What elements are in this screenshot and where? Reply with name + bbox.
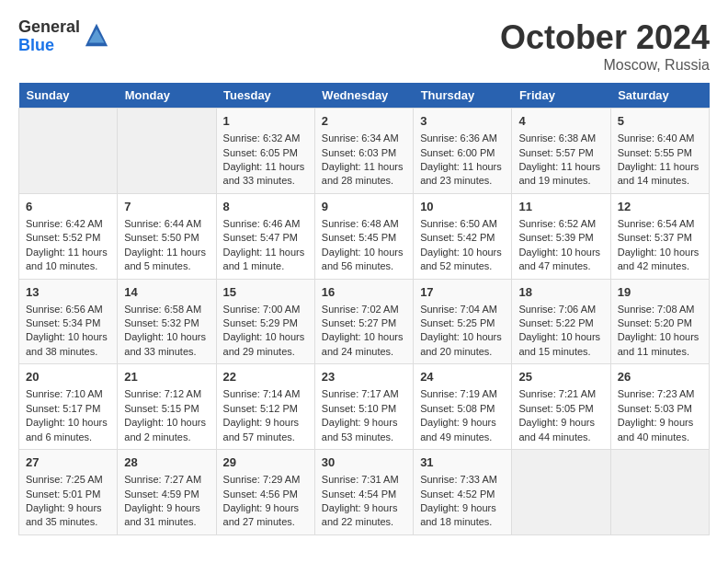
- sunrise: Sunrise: 6:54 AM: [618, 218, 695, 229]
- sunset: Sunset: 5:01 PM: [26, 488, 100, 500]
- daylight: Daylight: 9 hours and 22 minutes.: [322, 502, 398, 527]
- col-header-sunday: Sunday: [19, 83, 118, 109]
- day-number: 3: [420, 113, 505, 130]
- day-number: 1: [223, 113, 308, 130]
- sunrise: Sunrise: 6:40 AM: [618, 132, 695, 144]
- sunrise: Sunrise: 6:52 AM: [518, 218, 596, 229]
- calendar-cell: 5Sunrise: 6:40 AMSunset: 5:55 PMDaylight…: [610, 109, 709, 194]
- day-number: 20: [26, 369, 110, 385]
- week-row-2: 6Sunrise: 6:42 AMSunset: 5:52 PMDaylight…: [19, 193, 710, 279]
- sunrise: Sunrise: 7:14 AM: [223, 388, 301, 399]
- calendar-cell: 24Sunrise: 7:19 AMSunset: 5:08 PMDayligh…: [414, 364, 512, 450]
- sunset: Sunset: 5:55 PM: [618, 147, 692, 158]
- week-row-5: 27Sunrise: 7:25 AMSunset: 5:01 PMDayligh…: [19, 450, 710, 535]
- col-header-thursday: Thursday: [414, 83, 512, 109]
- week-row-4: 20Sunrise: 7:10 AMSunset: 5:17 PMDayligh…: [19, 364, 710, 450]
- calendar-body: 1Sunrise: 6:32 AMSunset: 6:05 PMDaylight…: [19, 109, 710, 535]
- daylight: Daylight: 10 hours and 56 minutes.: [322, 247, 404, 271]
- daylight: Daylight: 11 hours and 28 minutes.: [322, 161, 404, 186]
- sunset: Sunset: 5:20 PM: [618, 317, 692, 328]
- sunset: Sunset: 5:47 PM: [223, 232, 298, 243]
- calendar-cell: 8Sunrise: 6:46 AMSunset: 5:47 PMDaylight…: [216, 193, 314, 279]
- daylight: Daylight: 10 hours and 33 minutes.: [124, 331, 206, 356]
- calendar-cell: 28Sunrise: 7:27 AMSunset: 4:59 PMDayligh…: [118, 450, 216, 535]
- month-title: October 2024: [500, 18, 710, 57]
- sunset: Sunset: 6:03 PM: [322, 147, 396, 158]
- logo: General Blue: [18, 18, 109, 55]
- day-number: 22: [223, 369, 308, 385]
- day-number: 4: [518, 113, 603, 130]
- col-header-monday: Monday: [118, 83, 216, 109]
- calendar-cell: 31Sunrise: 7:33 AMSunset: 4:52 PMDayligh…: [414, 450, 512, 535]
- sunset: Sunset: 4:56 PM: [223, 488, 298, 500]
- calendar-cell: 19Sunrise: 7:08 AMSunset: 5:20 PMDayligh…: [610, 279, 709, 364]
- sunset: Sunset: 5:32 PM: [124, 317, 199, 328]
- daylight: Daylight: 9 hours and 31 minutes.: [124, 502, 200, 527]
- day-number: 26: [618, 369, 702, 385]
- daylight: Daylight: 10 hours and 11 minutes.: [618, 331, 700, 356]
- calendar-cell: [118, 109, 216, 194]
- calendar-cell: 9Sunrise: 6:48 AMSunset: 5:45 PMDaylight…: [314, 193, 413, 279]
- week-row-3: 13Sunrise: 6:56 AMSunset: 5:34 PMDayligh…: [19, 279, 710, 364]
- sunrise: Sunrise: 6:58 AM: [124, 304, 201, 315]
- calendar-cell: 29Sunrise: 7:29 AMSunset: 4:56 PMDayligh…: [216, 450, 314, 535]
- sunset: Sunset: 4:52 PM: [420, 488, 495, 500]
- sunrise: Sunrise: 7:04 AM: [420, 304, 497, 315]
- calendar-cell: [610, 450, 709, 535]
- daylight: Daylight: 11 hours and 33 minutes.: [223, 161, 305, 186]
- sunset: Sunset: 5:37 PM: [618, 232, 692, 243]
- calendar-cell: 17Sunrise: 7:04 AMSunset: 5:25 PMDayligh…: [414, 279, 512, 364]
- day-number: 15: [223, 284, 308, 301]
- page-header: General Blue October 2024 Moscow, Russia: [18, 18, 710, 74]
- week-row-1: 1Sunrise: 6:32 AMSunset: 6:05 PMDaylight…: [19, 109, 710, 194]
- calendar-cell: 1Sunrise: 6:32 AMSunset: 6:05 PMDaylight…: [216, 109, 314, 194]
- daylight: Daylight: 11 hours and 10 minutes.: [26, 247, 108, 271]
- day-number: 14: [124, 284, 209, 301]
- sunset: Sunset: 5:17 PM: [26, 403, 100, 414]
- sunset: Sunset: 5:03 PM: [618, 403, 692, 414]
- sunrise: Sunrise: 7:02 AM: [322, 304, 399, 315]
- calendar-cell: 18Sunrise: 7:06 AMSunset: 5:22 PMDayligh…: [512, 279, 610, 364]
- calendar-cell: [512, 450, 610, 535]
- day-number: 23: [322, 369, 406, 385]
- day-number: 2: [322, 113, 406, 130]
- day-number: 9: [322, 199, 406, 215]
- calendar-cell: 11Sunrise: 6:52 AMSunset: 5:39 PMDayligh…: [512, 193, 610, 279]
- calendar-cell: 15Sunrise: 7:00 AMSunset: 5:29 PMDayligh…: [216, 279, 314, 364]
- daylight: Daylight: 10 hours and 6 minutes.: [26, 417, 108, 442]
- calendar-header: SundayMondayTuesdayWednesdayThursdayFrid…: [19, 83, 710, 109]
- daylight: Daylight: 9 hours and 49 minutes.: [420, 417, 496, 442]
- calendar-table: SundayMondayTuesdayWednesdayThursdayFrid…: [18, 83, 710, 535]
- sunrise: Sunrise: 7:25 AM: [26, 474, 103, 485]
- sunrise: Sunrise: 6:38 AM: [518, 132, 596, 144]
- col-header-friday: Friday: [512, 83, 610, 109]
- daylight: Daylight: 9 hours and 27 minutes.: [223, 502, 300, 527]
- sunrise: Sunrise: 7:33 AM: [420, 474, 497, 485]
- sunrise: Sunrise: 6:48 AM: [322, 218, 399, 229]
- logo-general-text: General: [18, 18, 80, 37]
- sunrise: Sunrise: 6:56 AM: [26, 304, 103, 315]
- calendar-cell: 14Sunrise: 6:58 AMSunset: 5:32 PMDayligh…: [118, 279, 216, 364]
- day-number: 8: [223, 199, 308, 215]
- sunrise: Sunrise: 6:46 AM: [223, 218, 301, 229]
- logo-icon: [84, 22, 109, 48]
- header-row: SundayMondayTuesdayWednesdayThursdayFrid…: [19, 83, 710, 109]
- daylight: Daylight: 10 hours and 20 minutes.: [420, 331, 502, 356]
- sunset: Sunset: 5:39 PM: [518, 232, 593, 243]
- sunrise: Sunrise: 6:50 AM: [420, 218, 497, 229]
- daylight: Daylight: 10 hours and 24 minutes.: [322, 331, 404, 356]
- daylight: Daylight: 9 hours and 44 minutes.: [518, 417, 595, 442]
- calendar-cell: 3Sunrise: 6:36 AMSunset: 6:00 PMDaylight…: [414, 109, 512, 194]
- sunrise: Sunrise: 7:17 AM: [322, 388, 399, 399]
- sunrise: Sunrise: 6:44 AM: [124, 218, 201, 229]
- calendar-cell: 13Sunrise: 6:56 AMSunset: 5:34 PMDayligh…: [19, 279, 118, 364]
- day-number: 19: [618, 284, 702, 301]
- col-header-tuesday: Tuesday: [216, 83, 314, 109]
- sunset: Sunset: 5:10 PM: [322, 403, 396, 414]
- sunset: Sunset: 5:08 PM: [420, 403, 495, 414]
- sunset: Sunset: 4:54 PM: [322, 488, 396, 500]
- title-block: October 2024 Moscow, Russia: [500, 18, 710, 74]
- daylight: Daylight: 11 hours and 23 minutes.: [420, 161, 502, 186]
- day-number: 12: [618, 199, 702, 215]
- sunset: Sunset: 5:52 PM: [26, 232, 100, 243]
